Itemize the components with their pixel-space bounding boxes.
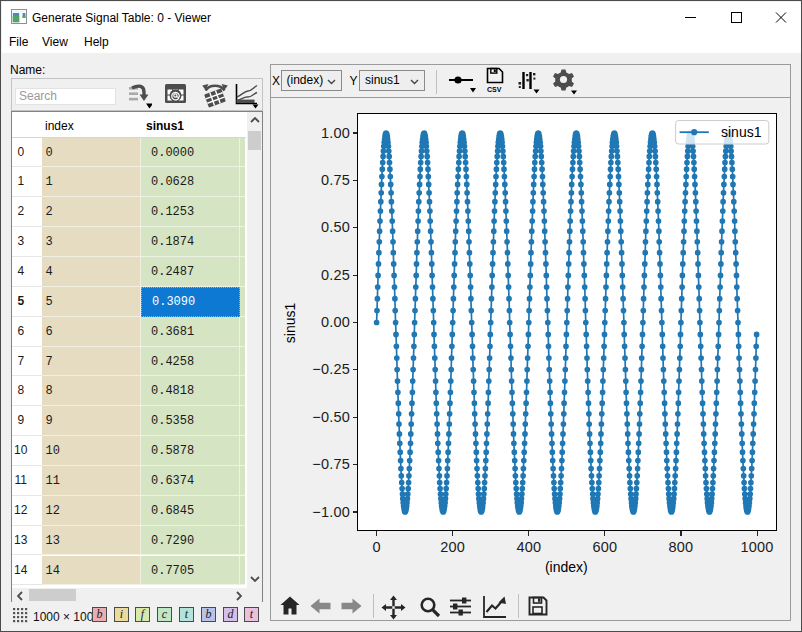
svg-text:0.75: 0.75 <box>321 172 350 188</box>
svg-text:1.00: 1.00 <box>321 125 350 141</box>
svg-text:400: 400 <box>516 539 541 555</box>
svg-text:800: 800 <box>669 539 694 555</box>
svg-text:CSV: CSV <box>487 86 502 93</box>
svg-text:−0.25: −0.25 <box>312 361 350 377</box>
svg-text:0.50: 0.50 <box>321 219 350 235</box>
svg-text:−0.50: −0.50 <box>312 409 350 425</box>
svg-text:0: 0 <box>372 539 380 555</box>
svg-text:sinus1: sinus1 <box>282 303 298 344</box>
svg-text:sinus1: sinus1 <box>721 124 762 140</box>
svg-text:600: 600 <box>593 539 618 555</box>
svg-text:0.00: 0.00 <box>321 314 350 330</box>
svg-text:0.25: 0.25 <box>321 267 350 283</box>
svg-text:200: 200 <box>440 539 465 555</box>
svg-text:−1.00: −1.00 <box>312 504 350 520</box>
svg-text:−0.75: −0.75 <box>312 456 350 472</box>
svg-text:(index): (index) <box>545 559 588 575</box>
svg-text:1000: 1000 <box>741 539 774 555</box>
